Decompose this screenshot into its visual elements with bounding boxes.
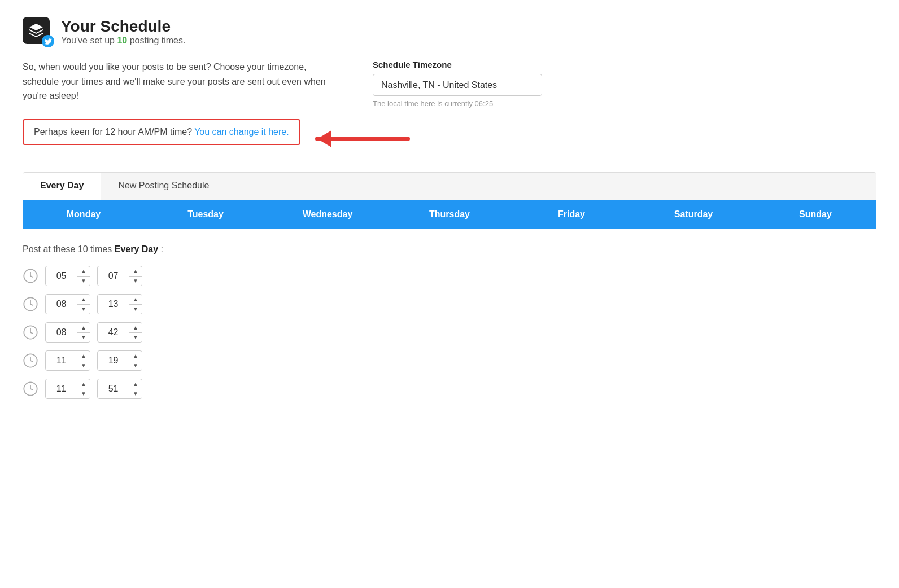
arrow-indicator (312, 125, 413, 153)
tab-new-posting-schedule[interactable]: New Posting Schedule (101, 173, 876, 200)
hour-value-2: 08 (46, 295, 77, 314)
hour-down-5[interactable]: ▼ (77, 389, 90, 398)
red-arrow-icon (312, 125, 413, 153)
day-wednesday[interactable]: Wednesday (267, 200, 389, 229)
banner-row: Perhaps keen for 12 hour AM/PM time? You… (23, 119, 876, 159)
clock-icon (23, 381, 38, 397)
hour-spinner-5[interactable]: 11 ▲ ▼ (45, 379, 90, 399)
left-column: So, when would you like your posts to be… (23, 60, 339, 103)
page-title: Your Schedule (61, 17, 185, 36)
minute-spinner-4[interactable]: 19 ▲ ▼ (97, 350, 142, 371)
table-row: 08 ▲ ▼ 13 ▲ ▼ (23, 294, 876, 314)
svg-marker-5 (317, 130, 331, 147)
minute-arrows-3: ▲ ▼ (129, 323, 142, 342)
day-thursday[interactable]: Thursday (389, 200, 510, 229)
minute-arrows-4: ▲ ▼ (129, 352, 142, 370)
table-row: 08 ▲ ▼ 42 ▲ ▼ (23, 322, 876, 343)
minute-spinner-2[interactable]: 13 ▲ ▼ (97, 294, 142, 314)
minute-down-1[interactable]: ▼ (129, 277, 142, 286)
hour-spinner-2[interactable]: 08 ▲ ▼ (45, 294, 90, 314)
day-sunday[interactable]: Sunday (754, 200, 876, 229)
minute-up-3[interactable]: ▲ (129, 323, 142, 333)
posting-count: 10 (117, 36, 127, 45)
page-header: Your Schedule You've set up 10 posting t… (23, 17, 876, 46)
hour-up-2[interactable]: ▲ (77, 295, 90, 305)
hour-up-1[interactable]: ▲ (77, 267, 90, 277)
hour-arrows-1: ▲ ▼ (77, 267, 90, 286)
day-monday[interactable]: Monday (23, 200, 145, 229)
hour-spinner-3[interactable]: 08 ▲ ▼ (45, 322, 90, 343)
hour-down-2[interactable]: ▼ (77, 305, 90, 314)
hour-down-4[interactable]: ▼ (77, 361, 90, 370)
hour-value-4: 11 (46, 351, 77, 370)
table-row: 11 ▲ ▼ 19 ▲ ▼ (23, 350, 876, 371)
ampm-text: Perhaps keen for 12 hour AM/PM time? (34, 127, 192, 137)
minute-spinner-5[interactable]: 51 ▲ ▼ (97, 379, 142, 399)
schedule-info: Post at these 10 times Every Day : (23, 244, 876, 254)
minute-up-1[interactable]: ▲ (129, 267, 142, 277)
days-bar: Monday Tuesday Wednesday Thursday Friday… (23, 200, 876, 229)
hour-up-3[interactable]: ▲ (77, 323, 90, 333)
main-content: So, when would you like your posts to be… (23, 60, 876, 108)
header-subtitle: You've set up 10 posting times. (61, 36, 185, 46)
minute-arrows-5: ▲ ▼ (129, 380, 142, 398)
table-row: 05 ▲ ▼ 07 ▲ ▼ (23, 266, 876, 286)
minute-down-3[interactable]: ▼ (129, 333, 142, 342)
hour-up-5[interactable]: ▲ (77, 380, 90, 389)
minute-arrows-1: ▲ ▼ (129, 267, 142, 286)
day-saturday[interactable]: Saturday (632, 200, 754, 229)
hour-arrows-3: ▲ ▼ (77, 323, 90, 342)
minute-up-4[interactable]: ▲ (129, 352, 142, 361)
minute-value-4: 19 (98, 351, 129, 370)
clock-icon (23, 268, 38, 284)
hour-down-3[interactable]: ▼ (77, 333, 90, 342)
ampm-link[interactable]: You can change it here. (194, 127, 289, 137)
hour-value-1: 05 (46, 266, 77, 286)
tab-every-day[interactable]: Every Day (23, 173, 101, 200)
hour-up-4[interactable]: ▲ (77, 352, 90, 361)
clock-icon (23, 324, 38, 340)
hour-value-5: 11 (46, 379, 77, 398)
ampm-banner: Perhaps keen for 12 hour AM/PM time? You… (23, 119, 300, 145)
day-friday[interactable]: Friday (510, 200, 632, 229)
minute-spinner-3[interactable]: 42 ▲ ▼ (97, 322, 142, 343)
clock-icon (23, 296, 38, 312)
hour-spinner-4[interactable]: 11 ▲ ▼ (45, 350, 90, 371)
tabs-container: Every Day New Posting Schedule (23, 172, 876, 200)
table-row: 11 ▲ ▼ 51 ▲ ▼ (23, 379, 876, 399)
minute-value-3: 42 (98, 323, 129, 342)
minute-up-2[interactable]: ▲ (129, 295, 142, 305)
hour-spinner-1[interactable]: 05 ▲ ▼ (45, 266, 90, 286)
minute-value-1: 07 (98, 266, 129, 286)
logo-stack (23, 17, 52, 46)
timezone-hint: The local time here is currently 06:25 (373, 99, 542, 108)
minute-up-5[interactable]: ▲ (129, 380, 142, 389)
hour-arrows-5: ▲ ▼ (77, 380, 90, 398)
hour-value-3: 08 (46, 323, 77, 342)
hour-arrows-2: ▲ ▼ (77, 295, 90, 314)
minute-down-4[interactable]: ▼ (129, 361, 142, 370)
hour-arrows-4: ▲ ▼ (77, 352, 90, 370)
minute-down-5[interactable]: ▼ (129, 389, 142, 398)
minute-value-5: 51 (98, 379, 129, 398)
clock-icon (23, 353, 38, 368)
day-tuesday[interactable]: Tuesday (145, 200, 267, 229)
time-rows: 05 ▲ ▼ 07 ▲ ▼ 08 ▲ ▼ 13 (23, 266, 876, 399)
timezone-label: Schedule Timezone (373, 60, 542, 69)
minute-arrows-2: ▲ ▼ (129, 295, 142, 314)
twitter-badge (42, 35, 54, 47)
header-text: Your Schedule You've set up 10 posting t… (61, 17, 185, 46)
hour-down-1[interactable]: ▼ (77, 277, 90, 286)
timezone-section: Schedule Timezone Nashville, TN - United… (373, 60, 542, 108)
minute-down-2[interactable]: ▼ (129, 305, 142, 314)
timezone-select[interactable]: Nashville, TN - United States (373, 74, 542, 96)
description-text: So, when would you like your posts to be… (23, 60, 339, 103)
minute-spinner-1[interactable]: 07 ▲ ▼ (97, 266, 142, 286)
minute-value-2: 13 (98, 295, 129, 314)
